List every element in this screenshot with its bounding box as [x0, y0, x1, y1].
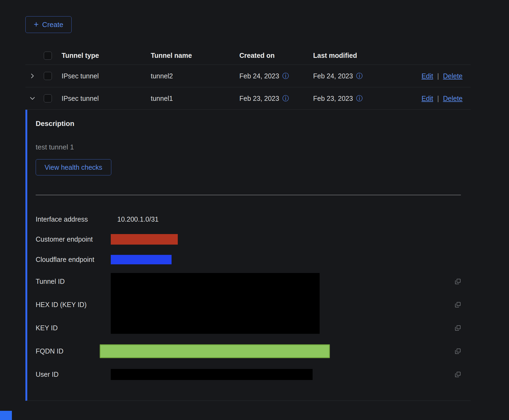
field-label: Interface address: [36, 215, 111, 223]
tunnels-table: Tunnel type Tunnel name Created on Last …: [25, 46, 471, 110]
copy-fqdn-id-button[interactable]: [455, 348, 461, 354]
chevron-right-icon: [29, 73, 35, 79]
table-row-tunnel1: IPsec tunnel tunnel1 Feb 23, 2023 ⓘ Feb …: [25, 87, 471, 110]
description-text: test tunnel 1: [36, 143, 461, 151]
plus-icon: +: [34, 20, 39, 29]
redacted-ids-block: [111, 273, 320, 334]
field-row-fqdn-id: FQDN ID: [36, 339, 461, 363]
table-row-tunnel2: IPsec tunnel tunnel2 Feb 24, 2023 ⓘ Feb …: [25, 65, 471, 87]
edit-link[interactable]: Edit: [421, 95, 433, 102]
copy-icon: [455, 278, 461, 285]
copy-icon: [455, 371, 461, 378]
actions-separator: |: [437, 95, 439, 102]
select-all-checkbox[interactable]: [44, 52, 52, 60]
field-label: KEY ID: [36, 316, 111, 339]
copy-key-id-button[interactable]: [455, 325, 461, 331]
bottom-left-blue-strip: [0, 411, 12, 420]
field-label: Tunnel ID: [36, 270, 111, 293]
tunnel-name-cell: tunnel2: [145, 72, 234, 80]
copy-user-id-button[interactable]: [455, 371, 461, 378]
delete-link[interactable]: Delete: [443, 95, 463, 102]
header-last-modified: Last modified: [308, 52, 463, 59]
chevron-down-icon: [29, 95, 35, 101]
header-tunnel-name: Tunnel name: [145, 52, 234, 59]
create-button-label: Create: [42, 21, 63, 29]
copy-icon: [455, 348, 461, 354]
info-icon[interactable]: ⓘ: [356, 95, 363, 102]
field-group-ids: Tunnel ID HEX ID (KEY ID) KEY ID: [36, 270, 461, 339]
last-modified-cell: Feb 24, 2023: [313, 72, 353, 80]
tunnel-detail-panel: Description test tunnel 1 View health ch…: [25, 110, 471, 401]
last-modified-cell: Feb 23, 2023: [313, 95, 353, 102]
field-label: User ID: [36, 371, 111, 378]
info-icon[interactable]: ⓘ: [356, 73, 363, 79]
collapse-row-button[interactable]: [29, 95, 35, 101]
redacted-cloudflare-endpoint-block: [111, 255, 172, 264]
create-button[interactable]: + Create: [25, 16, 72, 33]
expand-row-button[interactable]: [29, 73, 35, 79]
table-header-row: Tunnel type Tunnel name Created on Last …: [25, 46, 471, 65]
header-created-on: Created on: [234, 52, 308, 59]
tunnel-type-cell: IPsec tunnel: [56, 95, 145, 102]
view-health-checks-button[interactable]: View health checks: [36, 159, 111, 175]
field-label: Cloudflare endpoint: [36, 256, 111, 264]
field-label: HEX ID (KEY ID): [36, 293, 111, 316]
row-checkbox[interactable]: [44, 72, 52, 80]
redacted-fqdn-id-block: [100, 344, 330, 358]
copy-icon: [455, 325, 461, 331]
tunnel-name-cell: tunnel1: [145, 95, 234, 102]
field-row-cloudflare-endpoint: Cloudflare endpoint: [36, 249, 461, 270]
field-row-customer-endpoint: Customer endpoint: [36, 229, 461, 249]
field-row-interface-address: Interface address 10.200.1.0/31: [36, 209, 461, 229]
divider: [36, 195, 461, 195]
copy-tunnel-id-button[interactable]: [455, 278, 461, 285]
redacted-user-id-block: [111, 369, 313, 380]
interface-address-value: 10.200.1.0/31: [117, 215, 159, 223]
field-row-user-id: User ID: [36, 363, 461, 386]
field-label: Customer endpoint: [36, 235, 111, 243]
info-icon[interactable]: ⓘ: [282, 95, 289, 102]
tunnel-type-cell: IPsec tunnel: [56, 72, 145, 80]
actions-separator: |: [437, 72, 439, 80]
info-icon[interactable]: ⓘ: [282, 73, 289, 79]
created-on-cell: Feb 24, 2023: [239, 72, 279, 80]
copy-hex-id-button[interactable]: [455, 302, 461, 308]
row-checkbox[interactable]: [44, 94, 52, 102]
description-heading: Description: [36, 119, 461, 128]
redacted-customer-endpoint-block: [111, 234, 178, 245]
created-on-cell: Feb 23, 2023: [239, 95, 279, 102]
delete-link[interactable]: Delete: [443, 72, 463, 80]
edit-link[interactable]: Edit: [421, 72, 433, 80]
copy-icon: [455, 302, 461, 308]
header-tunnel-type: Tunnel type: [56, 52, 145, 59]
